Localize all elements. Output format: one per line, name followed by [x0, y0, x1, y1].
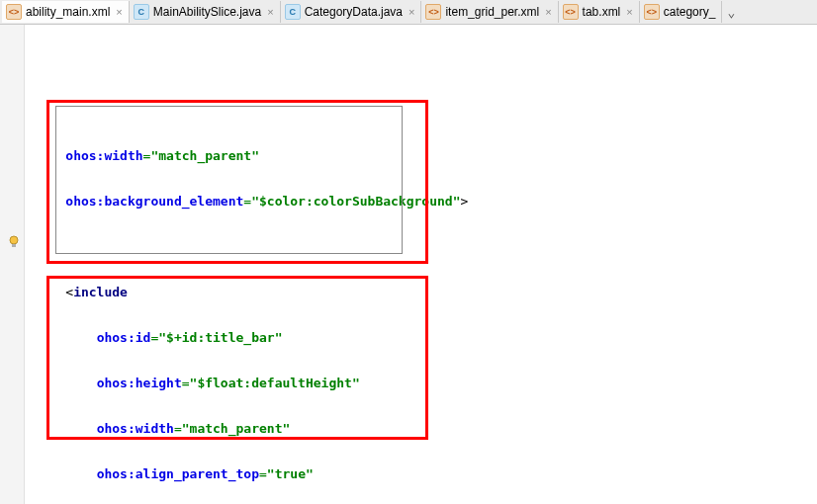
code-line: [35, 235, 817, 258]
tab-item-grid-per[interactable]: <>item_grid_per.xml×: [421, 1, 558, 23]
intention-bulb-icon[interactable]: [7, 234, 21, 248]
inner-gray-box: [55, 106, 403, 254]
svg-rect-1: [12, 244, 16, 247]
tab-label: CategoryData.java: [305, 5, 403, 19]
code-line: ohos:background_element="$color:colorSub…: [35, 190, 817, 212]
close-icon[interactable]: ×: [545, 6, 551, 18]
tab-label: ability_main.xml: [26, 5, 110, 19]
tab-label: item_grid_per.xml: [445, 5, 539, 19]
svg-point-0: [10, 236, 18, 244]
tab-label: tab.xml: [583, 5, 621, 19]
xml-file-icon: <>: [6, 4, 22, 20]
close-icon[interactable]: ×: [408, 6, 414, 18]
code-line: ohos:height="$float:defaultHeight": [35, 372, 817, 394]
code-editor[interactable]: ohos:width="match_parent" ohos:backgroun…: [25, 25, 817, 504]
xml-file-icon: <>: [425, 4, 441, 20]
xml-file-icon: <>: [563, 4, 579, 20]
close-icon[interactable]: ×: [116, 6, 122, 18]
tab-label: MainAbilitySlice.java: [153, 5, 261, 19]
close-icon[interactable]: ×: [626, 6, 632, 18]
tab-ability-main[interactable]: <>ability_main.xml×: [2, 1, 130, 23]
code-line: ohos:width="match_parent": [35, 144, 817, 167]
tab-category-data[interactable]: CCategoryData.java×: [281, 1, 422, 23]
code-line: ohos:id="$+id:title_bar": [35, 326, 817, 349]
code-line: ohos:align_parent_top="true": [35, 462, 817, 485]
tab-category[interactable]: <>category_: [640, 1, 723, 23]
java-file-icon: C: [285, 4, 301, 20]
editor-wrap: ohos:width="match_parent" ohos:backgroun…: [0, 25, 817, 504]
xml-file-icon: <>: [644, 4, 660, 20]
code-line: <include: [35, 281, 817, 303]
editor-tabs-bar: <>ability_main.xml× CMainAbilitySlice.ja…: [0, 0, 817, 25]
tab-label: category_: [664, 5, 716, 19]
gutter: [0, 25, 25, 504]
tab-main-ability-slice[interactable]: CMainAbilitySlice.java×: [130, 1, 281, 23]
tab-tab[interactable]: <>tab.xml×: [559, 1, 640, 23]
java-file-icon: C: [134, 4, 149, 20]
close-icon[interactable]: ×: [267, 6, 273, 18]
code-line: ohos:width="match_parent": [35, 417, 817, 440]
tab-overflow-button[interactable]: ⌄: [722, 5, 740, 20]
